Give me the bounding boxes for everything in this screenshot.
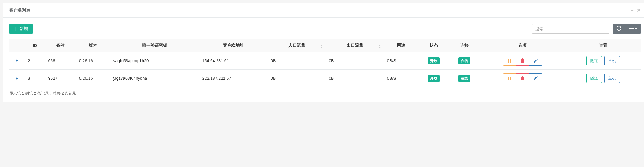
cell-speed: 0B/S: [384, 70, 418, 87]
collapse-icon[interactable]: [630, 7, 634, 13]
host-button[interactable]: 主机: [604, 56, 620, 65]
panel-title: 客户端列表: [9, 8, 30, 13]
search-input[interactable]: [532, 24, 609, 34]
th-out[interactable]: 出口流量: [326, 39, 384, 52]
action-group: [503, 56, 542, 66]
cell-out: 0B: [326, 52, 384, 70]
toolbar: 新增: [9, 24, 641, 34]
cell-id: 3: [25, 70, 45, 87]
th-in[interactable]: 入口流量: [268, 39, 326, 52]
action-group: [503, 73, 542, 83]
table-row: + 2 666 0.26.16 vagbf53apjmp1h29 154.64.…: [9, 52, 641, 70]
cell-version: 0.26.16: [76, 70, 110, 87]
cell-in: 0B: [268, 70, 326, 87]
connection-badge: 在线: [458, 75, 470, 82]
th-speed[interactable]: 网速: [384, 39, 418, 52]
cell-remark: 666: [45, 52, 76, 70]
th-key[interactable]: 唯一验证密钥: [110, 39, 199, 52]
status-badge: 开放: [428, 75, 440, 82]
th-opts: 选项: [480, 39, 566, 52]
list-icon: [629, 26, 634, 31]
connection-badge: 在线: [458, 57, 470, 64]
trash-icon: [521, 76, 524, 81]
th-remark[interactable]: 备注: [45, 39, 76, 52]
trash-icon: [521, 58, 524, 63]
close-icon[interactable]: ✕: [637, 7, 641, 13]
cell-out: 0B: [326, 70, 384, 87]
client-table: ID 备注 版本 唯一验证密钥 客户端地址 入口流量 出口流量 网速 状态 连接…: [9, 39, 641, 87]
cell-key: ylgs7a03f04nyqna: [110, 70, 199, 87]
cell-key: vagbf53apjmp1h29: [110, 52, 199, 70]
cell-id: 2: [25, 52, 45, 70]
cell-version: 0.26.16: [76, 52, 110, 70]
delete-button[interactable]: [516, 56, 529, 66]
view-group: 隧道 主机: [586, 74, 620, 83]
pause-button[interactable]: [503, 73, 516, 83]
panel-body: 新增: [3, 18, 644, 102]
status-badge: 开放: [428, 57, 440, 64]
refresh-icon: [617, 26, 621, 32]
view-group: 隧道 主机: [586, 56, 620, 65]
expand-row-button[interactable]: +: [16, 58, 19, 64]
table-footer-info: 显示第 1 到第 2 条记录，总共 2 条记录: [9, 91, 641, 96]
th-status[interactable]: 状态: [418, 39, 449, 52]
tunnel-button[interactable]: 隧道: [586, 56, 602, 65]
toolbar-button-group: [613, 24, 641, 34]
delete-button[interactable]: [516, 73, 529, 83]
pause-icon: [508, 59, 511, 63]
table-row: + 3 9527 0.26.16 ylgs7a03f04nyqna 222.18…: [9, 70, 641, 87]
refresh-button[interactable]: [613, 24, 625, 34]
pause-icon: [508, 77, 511, 80]
cell-addr: 154.64.231.61: [199, 52, 268, 70]
cell-remark: 9527: [45, 70, 76, 87]
pause-button[interactable]: [503, 56, 516, 66]
host-button[interactable]: 主机: [604, 74, 620, 83]
edit-icon: [534, 76, 538, 81]
add-button[interactable]: 新增: [9, 24, 33, 34]
columns-button[interactable]: [625, 24, 641, 34]
client-list-panel: 客户端列表 ✕ 新增: [3, 3, 644, 102]
panel-header: 客户端列表 ✕: [3, 3, 644, 18]
edit-button[interactable]: [529, 56, 542, 66]
svg-rect-1: [629, 28, 634, 29]
edit-button[interactable]: [529, 73, 542, 83]
add-button-label: 新增: [20, 26, 28, 32]
caret-down-icon: [635, 28, 637, 29]
expand-row-button[interactable]: +: [16, 75, 19, 82]
plus-icon: [14, 27, 18, 31]
toolbar-right: [532, 24, 641, 34]
panel-tools: ✕: [630, 7, 641, 13]
cell-addr: 222.187.221.67: [199, 70, 268, 87]
th-expand: [9, 39, 25, 52]
cell-speed: 0B/S: [384, 52, 418, 70]
svg-rect-2: [629, 30, 634, 30]
th-view: 查看: [565, 39, 641, 52]
svg-rect-0: [629, 27, 634, 27]
cell-in: 0B: [268, 52, 326, 70]
th-version[interactable]: 版本: [76, 39, 110, 52]
table-header-row: ID 备注 版本 唯一验证密钥 客户端地址 入口流量 出口流量 网速 状态 连接…: [9, 39, 641, 52]
th-id[interactable]: ID: [25, 39, 45, 52]
edit-icon: [534, 58, 538, 63]
tunnel-button[interactable]: 隧道: [586, 74, 602, 83]
th-addr[interactable]: 客户端地址: [199, 39, 268, 52]
th-conn[interactable]: 连接: [449, 39, 480, 52]
